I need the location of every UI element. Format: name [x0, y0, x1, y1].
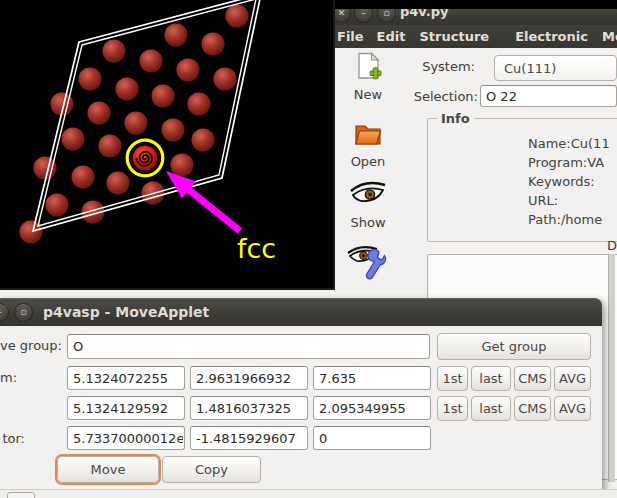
to-x-input[interactable]: [67, 396, 185, 420]
system-combo[interactable]: Cu(111): [494, 55, 617, 81]
menu-item-file[interactable]: File: [337, 29, 364, 44]
new-document-icon: [355, 52, 382, 84]
clipped-edge-text: D: [607, 238, 617, 253]
structure-viewport-window[interactable]: fcc: [0, 0, 335, 290]
from-1st-button[interactable]: 1st: [437, 366, 468, 391]
from-z-input[interactable]: [313, 366, 431, 390]
info-line-name: Name:Cu(11: [528, 134, 610, 153]
vector-y-input[interactable]: [190, 426, 308, 450]
from-label: m:: [0, 370, 15, 385]
toolbar-show-label: Show: [350, 215, 385, 230]
to-y-input[interactable]: [190, 396, 308, 420]
menu-bar: File Edit Structure Electronic Mecha: [330, 25, 617, 48]
toolbar-new-button[interactable]: New: [344, 52, 392, 102]
move-applet-title: p4vasp - MoveApplet: [43, 304, 209, 320]
minimize-icon[interactable]: –: [0, 303, 9, 322]
desktop-screen: ✕ – ▫ p4v.py File Edit Structure Electro…: [0, 0, 617, 498]
move-group-label: ve group:: [0, 338, 62, 353]
to-cms-button[interactable]: CMS: [514, 396, 551, 421]
move-button[interactable]: Move: [57, 456, 159, 483]
to-last-button[interactable]: last: [471, 396, 511, 421]
toolbar-open-button[interactable]: Open: [344, 120, 392, 169]
to-z-input[interactable]: [313, 396, 431, 420]
from-cms-button[interactable]: CMS: [514, 366, 551, 391]
selection-label: Selection:: [393, 89, 478, 104]
toolbar-show-control-button[interactable]: [340, 244, 396, 285]
vector-label: tor:: [0, 431, 25, 446]
system-combo-value: Cu(111): [504, 61, 556, 76]
from-last-button[interactable]: last: [471, 366, 511, 391]
from-x-input[interactable]: [67, 366, 185, 390]
info-line-keywords: Keywords:: [528, 172, 610, 191]
toolbar-new-label: New: [354, 87, 382, 102]
vector-x-input[interactable]: [67, 426, 185, 450]
eye-wrench-icon: [346, 244, 390, 285]
menu-item-electronic[interactable]: Electronic: [515, 29, 588, 44]
info-groupbox-title: Info: [437, 111, 474, 126]
selection-input[interactable]: [480, 85, 617, 107]
info-line-path: Path:/home: [528, 210, 610, 229]
open-folder-icon: [353, 120, 383, 151]
menu-item-structure[interactable]: Structure: [419, 29, 489, 44]
get-group-button[interactable]: Get group: [437, 333, 591, 360]
maximize-icon[interactable]: ▫: [14, 303, 33, 322]
move-applet-window: – ▫ p4vasp - MoveApplet ve group: Get gr…: [0, 298, 602, 490]
right-edge-band: [608, 254, 615, 482]
bottom-window-edge: [0, 489, 617, 498]
from-y-input[interactable]: [190, 366, 308, 390]
menu-item-mechanics[interactable]: Mecha: [602, 29, 617, 44]
viewport-canvas[interactable]: fcc: [0, 0, 333, 288]
toolbar-open-label: Open: [351, 154, 386, 169]
info-line-url: URL:: [528, 191, 610, 210]
move-applet-titlebar[interactable]: – ▫ p4vasp - MoveApplet: [0, 298, 602, 326]
eye-icon: [348, 178, 388, 212]
vector-z-input[interactable]: [313, 426, 431, 450]
system-label: System:: [395, 59, 475, 74]
move-group-input[interactable]: [67, 334, 430, 359]
from-avg-button[interactable]: AVG: [554, 366, 591, 391]
copy-button[interactable]: Copy: [162, 456, 261, 483]
toolbar-show-button[interactable]: Show: [340, 178, 396, 230]
svg-text:fcc: fcc: [237, 233, 276, 264]
to-avg-button[interactable]: AVG: [554, 396, 591, 421]
menu-item-edit[interactable]: Edit: [377, 29, 406, 44]
bottom-tab-sliver[interactable]: [7, 492, 35, 498]
info-line-program: Program:VA: [528, 153, 610, 172]
to-1st-button[interactable]: 1st: [437, 396, 468, 421]
